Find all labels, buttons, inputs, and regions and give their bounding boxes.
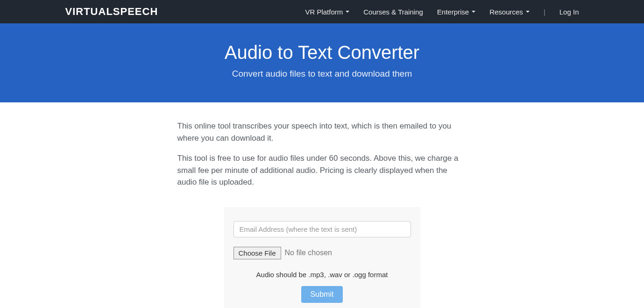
content-area: This online tool transcribes your speech… — [168, 102, 476, 308]
file-input-row: Choose File No file chosen — [234, 247, 411, 259]
navbar-inner: VIRTUALSPEECH VR Platform Courses & Trai… — [65, 6, 579, 18]
hero-section: Audio to Text Converter Convert audio fi… — [0, 23, 644, 102]
chevron-down-icon — [526, 11, 530, 13]
intro-paragraph-1: This online tool transcribes your speech… — [177, 120, 467, 144]
choose-file-button[interactable]: Choose File — [234, 247, 281, 259]
nav-vr-platform-label: VR Platform — [305, 8, 343, 16]
nav-divider: | — [544, 8, 545, 16]
nav-enterprise[interactable]: Enterprise — [437, 8, 475, 16]
nav-resources-label: Resources — [489, 8, 523, 16]
upload-form: Choose File No file chosen Audio should … — [224, 207, 420, 308]
nav-login[interactable]: Log In — [559, 8, 579, 16]
file-status-text: No file chosen — [285, 249, 332, 257]
navbar: VIRTUALSPEECH VR Platform Courses & Trai… — [0, 0, 644, 23]
nav-vr-platform[interactable]: VR Platform — [305, 8, 349, 16]
brand-logo[interactable]: VIRTUALSPEECH — [65, 6, 158, 18]
submit-button[interactable]: Submit — [301, 286, 343, 303]
page-subtitle: Convert audio files to text and download… — [9, 69, 635, 79]
nav-courses[interactable]: Courses & Training — [363, 8, 423, 16]
email-field[interactable] — [234, 221, 411, 237]
chevron-down-icon — [472, 11, 475, 13]
format-hint-text: Audio should be .mp3, .wav or .ogg forma… — [234, 271, 411, 279]
chevron-down-icon — [346, 11, 349, 13]
page-title: Audio to Text Converter — [9, 42, 635, 63]
nav-enterprise-label: Enterprise — [437, 8, 469, 16]
intro-paragraph-2: This tool is free to use for audio files… — [177, 152, 467, 188]
nav-resources[interactable]: Resources — [489, 8, 530, 16]
nav-links: VR Platform Courses & Training Enterpris… — [305, 8, 579, 16]
